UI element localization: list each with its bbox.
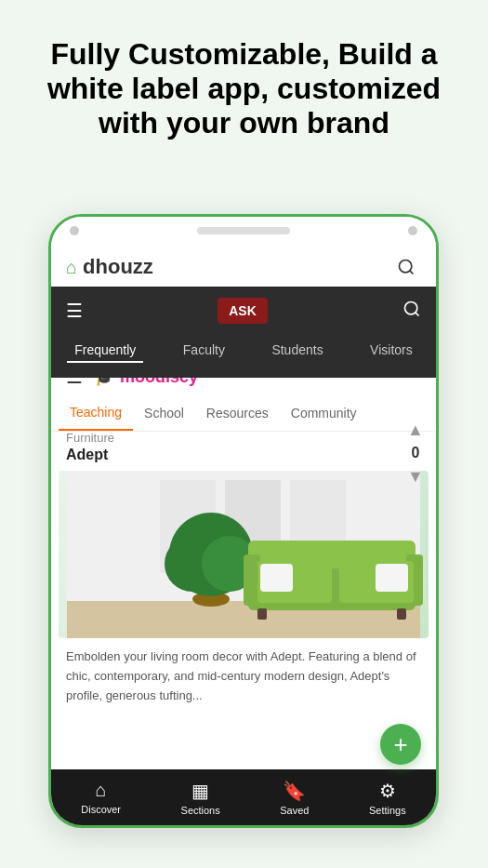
svg-line-3 (415, 312, 419, 315)
dhouzz-logo-text: dhouzz (83, 255, 153, 279)
content-area: Furniture Adept (51, 423, 436, 726)
bottom-nav-sections[interactable]: ▦ Sections (181, 780, 220, 816)
ask-hamburger-icon[interactable]: ☰ (66, 300, 83, 322)
furniture-description: Embolden your living room decor with Ade… (59, 638, 429, 714)
dhouzz-home-icon: ⌂ (66, 257, 77, 278)
phone-frame: ⌂ dhouzz Furniture Lighting Home Decor K… (48, 214, 439, 828)
furniture-card: Furniture Adept (51, 423, 436, 726)
svg-point-2 (405, 301, 417, 314)
sections-icon: ▦ (191, 780, 209, 802)
phone-top-bar (51, 217, 436, 245)
vote-count: 0 (412, 445, 420, 461)
bottom-nav-discover[interactable]: ⌂ Discover (81, 780, 121, 815)
dhouzz-logo: ⌂ dhouzz (66, 255, 153, 279)
settings-label: Settings (369, 805, 406, 816)
settings-icon: ⚙ (379, 780, 396, 802)
ask-nav-visitors[interactable]: Visitors (363, 339, 420, 363)
furniture-image (59, 471, 429, 638)
moodiscy-tabs: Teaching School Resources Community (51, 395, 436, 432)
sections-label: Sections (181, 805, 220, 816)
ask-nav-students[interactable]: Students (264, 339, 330, 363)
hero-bold: Fully Customizable (50, 37, 322, 71)
moodiscy-tab-resources[interactable]: Resources (195, 396, 280, 430)
ask-nav-faculty[interactable]: Faculty (176, 339, 232, 363)
svg-line-1 (410, 271, 414, 274)
hero-section: Fully Customizable, Build awhite label a… (0, 0, 488, 140)
saved-icon: 🔖 (283, 780, 306, 802)
dhouzz-app-bar: ⌂ dhouzz (51, 245, 436, 290)
bottom-nav-saved[interactable]: 🔖 Saved (280, 780, 309, 816)
phone-dot-right (408, 226, 417, 235)
hero-title: Fully Customizable, Build awhite label a… (37, 37, 451, 140)
furniture-name: Adept (59, 447, 429, 471)
fab-button[interactable]: + (380, 724, 421, 765)
discover-icon: ⌂ (96, 780, 107, 801)
ask-nav-frequently[interactable]: Frequently (67, 339, 143, 363)
saved-label: Saved (280, 805, 309, 816)
app-wrapper: Fully Customizable, Build awhite label a… (0, 0, 488, 868)
ask-overlay-header: ☰ ASK (51, 298, 436, 335)
svg-point-0 (400, 260, 412, 273)
dhouzz-search-button[interactable] (391, 252, 421, 282)
discover-label: Discover (81, 804, 121, 815)
phone-dot-left (70, 226, 79, 235)
moodiscy-tab-school[interactable]: School (133, 396, 195, 430)
svg-rect-22 (260, 564, 293, 592)
ask-overlay: ☰ ASK Frequently Faculty Students Visito… (51, 287, 436, 378)
svg-rect-23 (376, 564, 408, 592)
ask-search-icon[interactable] (402, 300, 421, 323)
bottom-nav-settings[interactable]: ⚙ Settings (369, 780, 406, 816)
ask-badge: ASK (218, 298, 268, 324)
moodiscy-tab-community[interactable]: Community (280, 396, 368, 430)
vote-col: ▲ 0 ▼ (402, 417, 429, 489)
svg-rect-21 (397, 608, 406, 620)
svg-rect-20 (257, 608, 267, 620)
vote-down-button[interactable]: ▼ (402, 463, 429, 489)
bottom-nav: ⌂ Discover ▦ Sections 🔖 Saved ⚙ Settings (51, 769, 436, 825)
moodiscy-tab-teaching[interactable]: Teaching (59, 395, 133, 431)
ask-nav: Frequently Faculty Students Visitors (51, 335, 436, 367)
vote-up-button[interactable]: ▲ (402, 417, 429, 443)
phone-notch (197, 227, 290, 234)
